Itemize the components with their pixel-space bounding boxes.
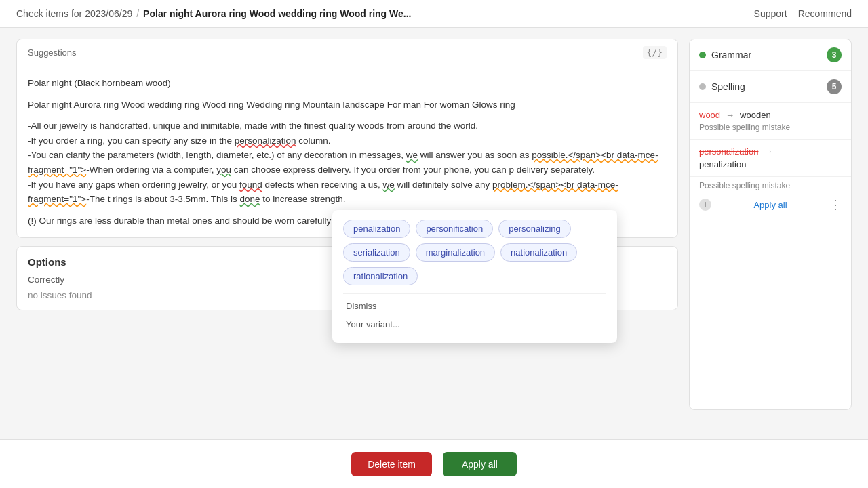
correction-pers-row: personalization →: [699, 146, 842, 157]
correction-pers-old: personalization: [699, 146, 758, 157]
correction-arrow-2: →: [764, 146, 772, 157]
bottom-bar: Delete item Apply all: [0, 439, 868, 488]
para-1: Polar night (Black hornbeam wood): [28, 76, 667, 91]
support-link[interactable]: Support: [754, 8, 787, 19]
suggestions-label: Suggestions: [28, 47, 77, 58]
correction-wood-old: wood: [699, 110, 720, 120]
spelling-section: Spelling 5: [690, 71, 851, 103]
dropdown-popup: penalization personification personalizi…: [332, 210, 617, 343]
breadcrumb: Check items for 2023/06/29 / Polar night…: [16, 8, 411, 19]
spelling-label: Spelling: [699, 81, 745, 92]
apply-all-button[interactable]: Apply all: [753, 200, 787, 210]
header: Check items for 2023/06/29 / Polar night…: [0, 0, 868, 28]
suggestions-card-header: Suggestions {/}: [17, 39, 677, 66]
grammar-dot: [699, 52, 706, 58]
correction-arrow-1: →: [726, 110, 734, 120]
correction-personalization: personalization → penalization: [690, 140, 851, 177]
highlight-found: found: [239, 180, 262, 190]
para-3: -All our jewelry is handcrafted, unique …: [28, 119, 667, 207]
grammar-badge: 3: [827, 47, 842, 62]
correction-wood: wood → wooden Possible spelling mistake: [690, 103, 851, 140]
suggestion-marginalization[interactable]: marginalization: [416, 243, 495, 262]
spelling-dot: [699, 83, 706, 90]
highlight-possible: possible.</span><br data-mce-fragment="1…: [28, 150, 658, 175]
dropdown-your-variant[interactable]: Your variant...: [343, 315, 606, 333]
dropdown-divider: [343, 293, 606, 294]
highlight-done: done: [239, 194, 260, 204]
suggestions-icon: {/}: [643, 46, 667, 59]
para-2: Polar night Aurora ring Wood wedding rin…: [28, 98, 667, 113]
right-panel: Grammar 3 Spelling 5 wood → wooden P: [689, 39, 852, 410]
suggestion-rationalization[interactable]: rationalization: [343, 267, 418, 285]
correction-wood-label: Possible spelling mistake: [699, 123, 842, 132]
highlight-we2: we: [383, 180, 395, 190]
apply-all-row: i Apply all ⋮: [690, 192, 851, 219]
recommend-link[interactable]: Recommend: [798, 8, 852, 19]
possible-mistake-label: Possible spelling mistake: [690, 177, 851, 192]
suggestion-personification[interactable]: personification: [416, 220, 493, 238]
grammar-section: Grammar 3: [690, 39, 851, 71]
highlight-you: you: [216, 165, 231, 175]
correction-wood-new: wooden: [740, 110, 771, 120]
suggestion-serialization[interactable]: serialization: [343, 243, 410, 262]
suggestion-personalizing[interactable]: personalizing: [498, 220, 571, 238]
right-card: Grammar 3 Spelling 5 wood → wooden P: [689, 39, 852, 410]
highlight-problem: problem.</span><br data-mce-fragment="1"…: [28, 180, 618, 205]
delete-item-button[interactable]: Delete item: [351, 452, 432, 476]
correction-pers-new: penalization: [699, 159, 842, 169]
dropdown-suggestions-row: penalization personification personalizi…: [343, 220, 606, 285]
suggestion-nationalization[interactable]: nationalization: [500, 243, 577, 262]
header-actions: Support Recommend: [754, 8, 852, 19]
breadcrumb-base: Check items for 2023/06/29: [16, 8, 132, 19]
apply-all-bottom-button[interactable]: Apply all: [443, 452, 517, 476]
spelling-badge: 5: [827, 79, 842, 94]
grammar-label: Grammar: [699, 49, 751, 60]
correction-wood-row: wood → wooden: [699, 110, 842, 120]
suggestion-penalization[interactable]: penalization: [343, 220, 410, 238]
breadcrumb-separator: /: [136, 8, 139, 19]
info-icon[interactable]: i: [699, 199, 711, 211]
grammar-text: Grammar: [711, 49, 751, 60]
suggestions-card: Suggestions {/} Polar night (Black hornb…: [16, 39, 678, 238]
dropdown-dismiss[interactable]: Dismiss: [343, 297, 606, 315]
highlight-we1: we: [406, 150, 418, 160]
spelling-text: Spelling: [711, 81, 745, 92]
more-options-icon[interactable]: ⋮: [829, 197, 842, 212]
highlight-personalization: personalization: [235, 136, 296, 146]
page-title: Polar night Aurora ring Wood wedding rin…: [143, 8, 411, 19]
